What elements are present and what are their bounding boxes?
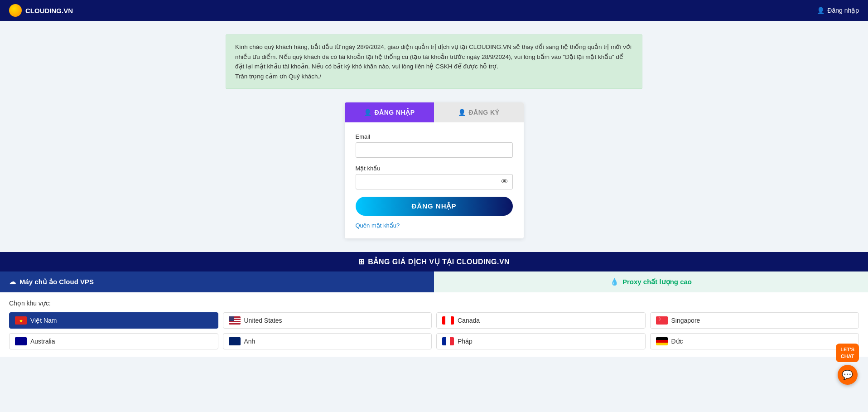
region-fr[interactable]: Pháp xyxy=(436,333,646,349)
eye-icon[interactable]: 👁 xyxy=(501,178,508,186)
chat-badge[interactable]: LET'S CHAT xyxy=(836,344,859,362)
chat-widget: LET'S CHAT 💬 xyxy=(836,344,859,385)
region-us[interactable]: United States xyxy=(223,312,432,329)
tab-register[interactable]: 👤 ĐĂNG KÝ xyxy=(434,102,524,122)
grid-icon: ⊞ xyxy=(358,257,365,266)
region-uk[interactable]: Anh xyxy=(223,333,432,349)
region-de[interactable]: Đức xyxy=(650,333,859,349)
cloud-icon: ☁ xyxy=(9,278,16,286)
region-au-label: Australia xyxy=(30,338,55,345)
password-label: Mật khẩu xyxy=(356,165,513,172)
drop-icon: 💧 xyxy=(610,278,619,286)
user-icon: 👤 xyxy=(817,7,825,14)
tab-login[interactable]: 👤 ĐĂNG NHẬP xyxy=(345,102,434,122)
region-us-label: United States xyxy=(244,317,282,324)
login-link[interactable]: 👤 Đăng nhập xyxy=(817,7,859,14)
notice-text: Kính chào quý khách hàng, bắt đầu từ ngà… xyxy=(235,44,632,80)
login-label: Đăng nhập xyxy=(827,7,859,14)
notice-banner: Kính chào quý khách hàng, bắt đầu từ ngà… xyxy=(226,34,642,89)
price-header: ⊞ BẢNG GIÁ DỊCH VỤ TẠI CLOUDING.VN xyxy=(0,252,868,271)
user-icon: 👤 xyxy=(364,109,372,116)
chat-bubble-icon: 💬 xyxy=(842,369,853,380)
chat-badge-line2: CHAT xyxy=(841,354,854,359)
chat-badge-line1: LET'S xyxy=(840,347,854,352)
region-au[interactable]: Australia xyxy=(9,333,218,349)
region-sg[interactable]: Singapore xyxy=(650,312,859,329)
login-card: 👤 ĐĂNG NHẬP 👤 ĐĂNG KÝ Email Mật khẩu 👁 Đ… xyxy=(345,102,524,238)
logo-icon xyxy=(9,4,22,17)
login-button[interactable]: ĐĂNG NHẬP xyxy=(356,197,513,216)
flag-au xyxy=(15,337,27,345)
price-section: ⊞ BẢNG GIÁ DỊCH VỤ TẠI CLOUDING.VN ☁ Máy… xyxy=(0,252,868,357)
tab-register-label: ĐĂNG KÝ xyxy=(468,109,499,116)
header: CLOUDING.VN 👤 Đăng nhập xyxy=(0,0,868,21)
proxy-tab-label: Proxy chất lượng cao xyxy=(622,278,692,286)
password-input[interactable] xyxy=(356,174,513,189)
login-body: Email Mật khẩu 👁 ĐĂNG NHẬP Quên mật khẩu… xyxy=(345,122,524,238)
forgot-link[interactable]: Quên mật khẩu? xyxy=(356,222,400,229)
flag-fr xyxy=(442,337,454,345)
tab-proxy[interactable]: 💧 Proxy chất lượng cao xyxy=(434,271,868,292)
region-fr-label: Pháp xyxy=(458,338,473,345)
flag-us xyxy=(229,316,241,325)
email-label: Email xyxy=(356,133,513,140)
register-icon: 👤 xyxy=(458,109,466,116)
region-vn-label: Việt Nam xyxy=(30,317,57,324)
region-uk-label: Anh xyxy=(244,338,256,345)
chat-icon[interactable]: 💬 xyxy=(838,365,858,385)
price-header-label: BẢNG GIÁ DỊCH VỤ TẠI CLOUDING.VN xyxy=(368,257,510,266)
region-section: Chọn khu vực: Việt Nam United States Can… xyxy=(0,292,868,357)
logo-text: CLOUDING.VN xyxy=(25,7,73,15)
tab-row: 👤 ĐĂNG NHẬP 👤 ĐĂNG KÝ xyxy=(345,102,524,122)
flag-uk xyxy=(229,337,241,345)
region-label: Chọn khu vực: xyxy=(9,300,859,307)
service-tabs: ☁ Máy chủ ảo Cloud VPS 💧 Proxy chất lượn… xyxy=(0,271,868,292)
flag-ca xyxy=(442,316,454,325)
email-input[interactable] xyxy=(356,142,513,158)
region-ca[interactable]: Canada xyxy=(436,312,646,329)
logo: CLOUDING.VN xyxy=(9,4,73,17)
vps-tab-label: Máy chủ ảo Cloud VPS xyxy=(19,278,94,286)
tab-login-label: ĐĂNG NHẬP xyxy=(374,109,415,116)
region-de-label: Đức xyxy=(671,338,683,345)
password-wrapper: 👁 xyxy=(356,174,513,189)
region-ca-label: Canada xyxy=(458,317,480,324)
region-grid: Việt Nam United States Canada Singapore … xyxy=(9,312,859,349)
tab-vps[interactable]: ☁ Máy chủ ảo Cloud VPS xyxy=(0,271,434,292)
region-sg-label: Singapore xyxy=(671,317,700,324)
region-vn[interactable]: Việt Nam xyxy=(9,312,218,329)
flag-sg xyxy=(656,316,668,325)
flag-de xyxy=(656,337,668,345)
flag-vn xyxy=(15,316,27,325)
